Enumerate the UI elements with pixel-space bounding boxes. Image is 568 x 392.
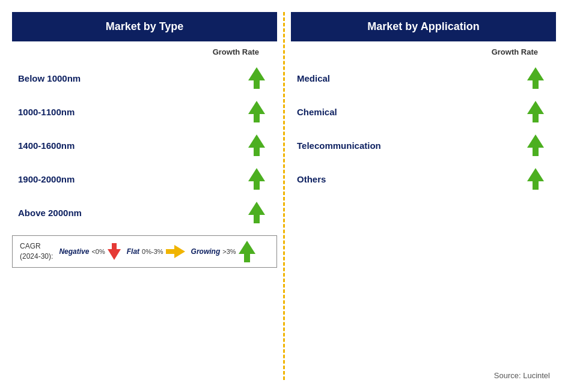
item-label-above2000: Above 2000nm [18,208,82,218]
green-up-arrow-icon [527,67,544,89]
green-up-arrow-icon [527,168,544,190]
legend-negative-value: <0% [91,248,105,255]
right-growth-rate-label: Growth Rate [291,47,556,56]
legend-flat-value: 0%-3% [142,248,163,255]
right-panel-header: Market by Application [291,12,556,41]
list-item: Medical [291,61,556,95]
yellow-right-arrow-icon [166,245,185,258]
green-up-arrow-icon [248,134,265,156]
item-label-chemical: Chemical [297,107,337,117]
right-panel: Market by Application Growth Rate Medica… [291,12,556,380]
list-item: Others [291,162,556,196]
legend-growing: Growing >3% [191,241,255,262]
legend-negative: Negative <0% [59,243,120,260]
item-label-1400-1600: 1400-1600nm [18,140,75,151]
green-up-arrow-icon [239,241,255,262]
source-text: Source: Lucintel [291,359,556,380]
item-label-medical: Medical [297,73,330,83]
dashed-divider [283,12,285,380]
list-item: 1400-1600nm [12,128,277,162]
green-up-arrow-icon [248,168,265,190]
green-up-arrow-icon [248,67,265,89]
left-panel: Market by Type Growth Rate Below 1000nm … [12,12,277,380]
legend-negative-label: Negative [59,247,89,256]
list-item: 1900-2000nm [12,162,277,196]
legend-cagr-label: CAGR(2024-30): [20,241,53,262]
item-label-1000-1100: 1000-1100nm [18,107,75,117]
list-item: Telecommunication [291,128,556,162]
green-up-arrow-icon [248,202,265,223]
list-item: 1000-1100nm [12,95,277,128]
list-item: Chemical [291,95,556,128]
red-down-arrow-icon [108,243,121,260]
list-item: Above 2000nm [12,196,277,229]
green-up-arrow-icon [527,101,544,122]
list-item: Below 1000nm [12,61,277,95]
item-label-1900-2000: 1900-2000nm [18,174,75,184]
green-up-arrow-icon [527,134,544,156]
legend-flat-label: Flat [127,247,139,256]
legend-growing-label: Growing [191,247,221,256]
item-label-below1000: Below 1000nm [18,73,81,83]
left-growth-rate-label: Growth Rate [12,47,277,56]
left-panel-header: Market by Type [12,12,277,41]
item-label-others: Others [297,174,326,184]
green-up-arrow-icon [248,101,265,122]
legend-flat: Flat 0%-3% [127,245,185,258]
legend-growing-value: >3% [222,248,236,255]
item-label-telecom: Telecommunication [297,140,381,151]
legend-box: CAGR(2024-30): Negative <0% Flat 0%-3% G… [12,235,277,268]
